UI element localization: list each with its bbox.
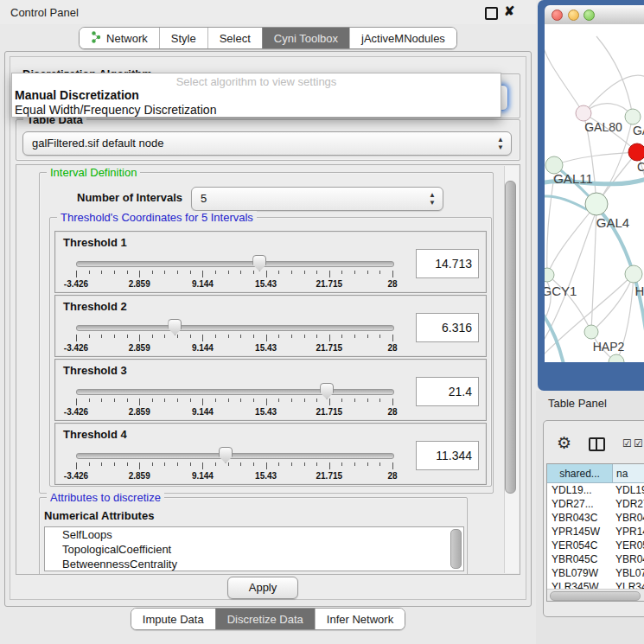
threshold-slider-track[interactable] <box>76 389 394 395</box>
dropdown-option-equal-width-frequency-discretization[interactable]: Equal Width/Frequency Discretization <box>12 103 501 118</box>
table-settings-gear-icon[interactable]: ⚙ <box>557 433 571 453</box>
select-all-columns-icon[interactable]: ☑ <box>622 437 632 450</box>
network-edge-highlighted[interactable] <box>545 309 564 362</box>
red-node[interactable] <box>628 143 644 161</box>
right-node[interactable] <box>625 265 642 283</box>
bottom-tab-impute-data[interactable]: Impute Data <box>131 609 215 629</box>
threshold-slider-thumb[interactable] <box>320 383 334 399</box>
cell-shared-name: YER054C <box>552 539 597 552</box>
attribute-item-betweennesscentrality[interactable]: BetweennessCentrality <box>45 557 463 571</box>
network-icon <box>91 31 102 46</box>
hap2-node[interactable] <box>584 325 598 339</box>
window-close-icon[interactable]: ✘ <box>504 3 515 19</box>
attribute-item-topologicalcoefficient[interactable]: TopologicalCoefficient <box>45 542 463 557</box>
network-edge[interactable] <box>591 274 634 332</box>
column-header-shared-name[interactable]: shared... <box>547 464 613 483</box>
apply-button[interactable]: Apply <box>227 577 298 599</box>
slider-tick <box>316 399 317 402</box>
cell-name: YBL07 <box>615 566 644 580</box>
table-row[interactable]: YDR27...YDR27 <box>547 497 644 511</box>
table-row[interactable]: YER054CYER05 <box>547 539 644 552</box>
tab-select[interactable]: Select <box>207 28 262 48</box>
table-row[interactable]: YBR043CYBR04 <box>547 511 644 525</box>
cell-shared-name: YBR043C <box>552 511 597 525</box>
table-row[interactable]: YDL19...YDL19 <box>547 483 644 497</box>
minimize-traffic-light-icon[interactable] <box>568 10 579 21</box>
node-table[interactable]: shared... na YDL19...YDL19YDR27...YDR27Y… <box>546 463 644 602</box>
bottom-tab-discretize-data[interactable]: Discretize Data <box>215 609 315 629</box>
slider-tick-label: 15.43 <box>255 343 277 353</box>
top-right-node[interactable] <box>625 109 641 124</box>
table-row[interactable]: YPR145WYPR14 <box>547 525 644 539</box>
threshold-slider-thumb[interactable] <box>168 319 182 335</box>
network-window-titlebar[interactable] <box>545 5 644 25</box>
threshold-slider-track[interactable] <box>76 261 394 267</box>
gal80-node[interactable] <box>576 105 591 121</box>
network-edge[interactable] <box>547 204 596 275</box>
network-edge[interactable] <box>554 152 637 165</box>
tab-label: Style <box>171 32 196 45</box>
network-edge[interactable] <box>583 75 644 113</box>
node-label-gal80: GAL80 <box>584 120 622 134</box>
attribute-list-scrollbar[interactable] <box>450 529 462 569</box>
tab-style[interactable]: Style <box>159 28 207 48</box>
table-row[interactable]: YBR045CYBR04 <box>547 552 644 566</box>
threshold-slider-thumb[interactable] <box>252 255 266 271</box>
slider-tick <box>266 462 267 469</box>
settings-scrollbar-thumb[interactable] <box>505 181 516 494</box>
slider-tick-label: 2.859 <box>129 279 150 289</box>
bottom-tab-bar-wrap: Impute DataDiscretize DataInfer Network <box>0 608 536 630</box>
network-edge[interactable] <box>545 40 583 113</box>
slider-tick-label: -3.426 <box>64 471 88 481</box>
slider-tick-label: 9.144 <box>192 279 214 289</box>
slider-tick <box>127 335 128 338</box>
slider-tick-label: 9.144 <box>192 407 214 417</box>
threshold-value-field[interactable]: 6.316 <box>416 313 479 342</box>
tab-network[interactable]: Network <box>80 28 159 48</box>
threshold-value-field[interactable]: 21.4 <box>416 377 479 406</box>
slider-tick-label: 15.43 <box>255 471 277 481</box>
tab-jactivemnodules[interactable]: jActiveMNodules <box>349 28 456 48</box>
close-traffic-light-icon[interactable] <box>552 10 563 21</box>
number-of-intervals-spinner[interactable]: 5 ▲▼ <box>191 187 443 211</box>
threshold-slider-thumb[interactable] <box>219 447 233 463</box>
table-hscrollbar-thumb[interactable] <box>550 591 641 601</box>
slider-tick <box>190 335 191 338</box>
column-header-name[interactable]: na <box>613 464 644 483</box>
bottom-tab-infer-network[interactable]: Infer Network <box>315 609 405 629</box>
window-float-icon[interactable] <box>485 7 498 20</box>
slider-tick <box>139 399 140 405</box>
slider-tick <box>253 462 254 466</box>
slider-tick <box>127 271 128 274</box>
numerical-attributes-list[interactable]: SelfLoopsTopologicalCoefficientBetweenne… <box>44 526 464 571</box>
threshold-value-field[interactable]: 11.344 <box>416 441 479 470</box>
threshold-value-field[interactable]: 14.713 <box>416 249 479 278</box>
threshold-slider-track[interactable] <box>76 453 394 459</box>
gal4-node[interactable] <box>585 193 608 215</box>
slider-tick <box>215 399 216 402</box>
select-none-columns-icon[interactable]: ☑ <box>634 437 643 450</box>
tab-cyni-toolbox[interactable]: Cyni Toolbox <box>262 28 349 48</box>
attribute-item-selfloops[interactable]: SelfLoops <box>45 527 463 542</box>
cell-shared-name: YBL079W <box>552 566 598 580</box>
slider-tick <box>152 462 153 466</box>
zoom-traffic-light-icon[interactable] <box>583 10 595 21</box>
split-columns-icon[interactable] <box>589 437 605 451</box>
slider-tick <box>304 399 305 402</box>
table-row[interactable]: YBL079WYBL07 <box>547 566 644 580</box>
network-view-canvas[interactable]: GAL80GACGAL11GAL4GCY1HHAP2 <box>545 24 644 362</box>
bottom-node[interactable] <box>609 354 624 362</box>
slider-tick <box>215 462 216 466</box>
slider-tick <box>127 462 128 466</box>
table-data-combobox[interactable]: galFiltered.sif default node ▲▼ <box>22 131 512 156</box>
slider-tick <box>341 462 342 466</box>
settings-scrollbar-track[interactable] <box>504 166 519 573</box>
cell-shared-name: YPR145W <box>552 525 600 539</box>
slider-tick <box>202 335 203 341</box>
tab-label: Impute Data <box>143 613 204 626</box>
threshold-slider-track[interactable] <box>76 325 394 331</box>
gcy1-node[interactable] <box>545 268 554 282</box>
network-edge[interactable] <box>547 176 554 275</box>
dropdown-option-manual-discretization[interactable]: Manual Discretization <box>12 88 501 103</box>
table-hscrollbar-track[interactable] <box>547 589 644 601</box>
